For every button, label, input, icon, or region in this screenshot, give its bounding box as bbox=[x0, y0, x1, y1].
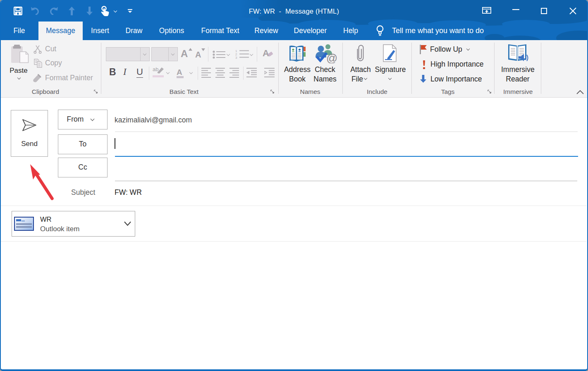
svg-text:@: @ bbox=[326, 52, 337, 63]
svg-text:3: 3 bbox=[235, 56, 237, 59]
